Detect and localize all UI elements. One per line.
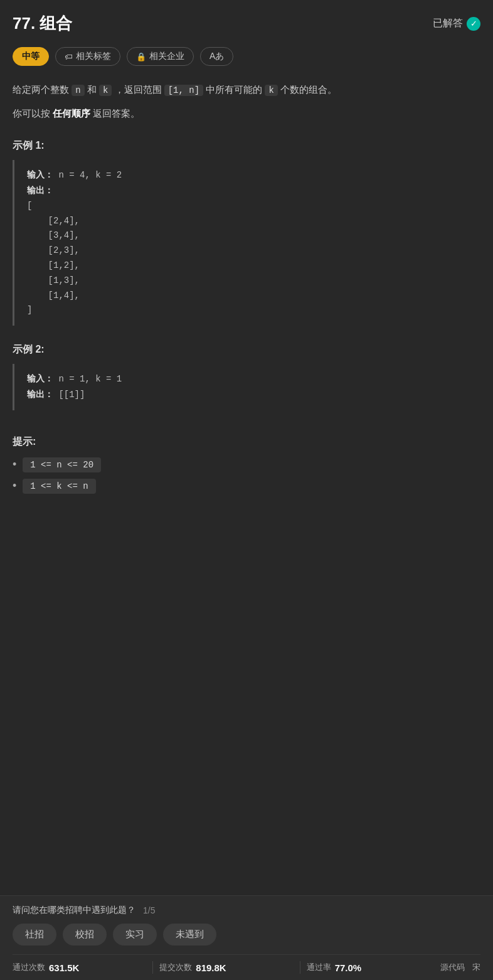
submit-label: 提交次数 (159, 962, 192, 973)
solved-icon: ✓ (467, 17, 480, 31)
translate-btn[interactable]: Aあ (200, 47, 233, 66)
hint-item-1: • 1 <= n <= 20 (13, 457, 480, 472)
example2-output-row: 输出： [[1]] (27, 387, 468, 403)
n-code: n (72, 85, 84, 96)
related-tags-label: 相关标签 (76, 51, 111, 62)
submit-stat: 提交次数 819.8K (159, 962, 293, 973)
example1-input-value: n = 4, k = 2 (58, 170, 122, 180)
recruitment-section: 请问您在哪类招聘中遇到此题？ 1/5 社招 校招 实习 未遇到 通过次数 631… (0, 895, 493, 980)
recruit-btn-1[interactable]: 校招 (63, 924, 107, 945)
divider-1 (152, 961, 153, 974)
rate-value: 77.0% (335, 962, 362, 973)
k-code: k (99, 85, 112, 96)
example2-output-value: [[1]] (58, 390, 85, 400)
desc-comma: ，返回范围 (115, 84, 162, 95)
stats-actions: 源代码 宋 (440, 962, 480, 973)
main-content: 77. 组合 已解答 ✓ 中等 🏷 相关标签 🔒 相关企业 Aあ 给定两个整数 … (0, 0, 493, 600)
bullet-1: • (13, 458, 16, 471)
tags-row: 中等 🏷 相关标签 🔒 相关企业 Aあ (13, 47, 480, 66)
example1-output-label: 输出： (27, 185, 53, 195)
bullet-2: • (13, 479, 16, 493)
solved-label: 已解答 (433, 17, 463, 30)
related-tags-btn[interactable]: 🏷 相关标签 (55, 47, 120, 66)
example2-title: 示例 2: (13, 343, 480, 356)
example1-output-row: 输出： (27, 183, 468, 199)
example1-output-value: [ [2,4], [3,4], [2,3], [1,2], [1,3], [1,… (27, 199, 468, 318)
pass-label: 通过次数 (13, 962, 45, 973)
divider-2 (300, 961, 300, 974)
pass-value: 631.5K (49, 962, 79, 973)
close-label[interactable]: 宋 (472, 962, 480, 973)
example2-block: 输入： n = 1, k = 1 输出： [[1]] (13, 364, 480, 410)
hint-code-2: 1 <= k <= n (23, 479, 95, 494)
tag-icon: 🏷 (65, 52, 73, 61)
related-company-label: 相关企业 (149, 51, 184, 62)
recruit-btn-0[interactable]: 社招 (13, 924, 56, 945)
pass-stat: 通过次数 631.5K (13, 962, 146, 973)
description-line1: 给定两个整数 n 和 k ，返回范围 [1, n] 中所有可能的 k 个数的组合… (13, 81, 480, 99)
hint-item-2: • 1 <= k <= n (13, 479, 480, 494)
source-label[interactable]: 源代码 (440, 962, 465, 973)
stats-row: 通过次数 631.5K 提交次数 819.8K 通过率 77.0% 源代码 宋 (13, 954, 480, 980)
example2-input-row: 输入： n = 1, k = 1 (27, 371, 468, 387)
header-row: 77. 组合 已解答 ✓ (13, 13, 480, 35)
rate-stat: 通过率 77.0% (307, 962, 440, 973)
recruitment-question-row: 请问您在哪类招聘中遇到此题？ 1/5 (13, 905, 480, 916)
desc-suffix2: 个数的组合。 (280, 84, 337, 95)
difficulty-tag[interactable]: 中等 (13, 47, 49, 66)
problem-title: 77. 组合 (13, 13, 72, 35)
example2-input-value: n = 1, k = 1 (58, 374, 122, 384)
example1-title: 示例 1: (13, 139, 480, 152)
desc-prefix: 给定两个整数 (13, 84, 69, 95)
recruit-btn-3[interactable]: 未遇到 (163, 924, 216, 945)
desc-suffix: 中所有可能的 (206, 84, 262, 95)
lock-icon: 🔒 (136, 52, 146, 61)
translate-label: Aあ (209, 51, 224, 62)
rate-label: 通过率 (307, 962, 331, 973)
hint-code-1: 1 <= n <= 20 (23, 457, 101, 472)
related-company-btn[interactable]: 🔒 相关企业 (127, 47, 194, 66)
example2-output-label: 输出： (27, 389, 53, 399)
hints-section: 提示: • 1 <= n <= 20 • 1 <= k <= n (13, 435, 480, 494)
recruitment-count: 1/5 (143, 905, 155, 915)
submit-value: 819.8K (196, 962, 226, 973)
recruitment-buttons: 社招 校招 实习 未遇到 (13, 924, 480, 945)
example1-input-row: 输入： n = 4, k = 2 (27, 168, 468, 183)
difficulty-label: 中等 (22, 51, 40, 62)
desc-and: 和 (87, 84, 97, 95)
k2-code: k (265, 85, 277, 96)
range-code: [1, n] (164, 85, 203, 96)
example1-input-label: 输入： (27, 169, 53, 179)
example2-input-label: 输入： (27, 373, 53, 383)
solved-badge: 已解答 ✓ (433, 17, 480, 31)
recruitment-label: 请问您在哪类招聘中遇到此题？ (13, 905, 135, 916)
hints-title: 提示: (13, 435, 480, 449)
description-line2: 你可以按 任何顺序 返回答案。 (13, 105, 480, 122)
recruit-btn-2[interactable]: 实习 (113, 924, 157, 945)
example1-block: 输入： n = 4, k = 2 输出： [ [2,4], [3,4], [2,… (13, 160, 480, 326)
